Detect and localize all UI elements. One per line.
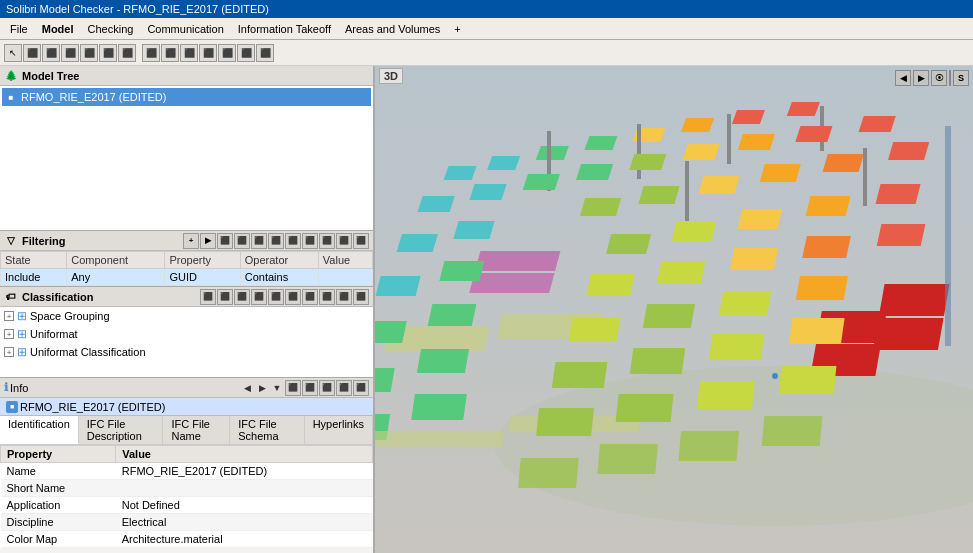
class-btn-3[interactable]: ⬛	[234, 289, 250, 305]
info-val-shortname	[116, 480, 373, 497]
elem-vb-3	[678, 431, 739, 461]
toolbar-btn-3[interactable]: ⬛	[42, 44, 60, 62]
info-tab-ifc-description[interactable]: IFC File Description	[79, 416, 164, 444]
filter-row[interactable]: Include Any GUID Contains	[1, 269, 373, 286]
nav-s-btn[interactable]: S	[953, 70, 969, 86]
filtering-title: Filtering	[22, 235, 65, 247]
class-btn-10[interactable]: ⬛	[353, 289, 369, 305]
class-btn-1[interactable]: ⬛	[200, 289, 216, 305]
menu-information-takeoff[interactable]: Information Takeoff	[232, 21, 337, 37]
elem-r6-5	[719, 291, 771, 315]
info-tabs: Identification IFC File Description IFC …	[0, 416, 373, 445]
info-table: Property Value Name RFMO_RIE_E2017 (EDIT…	[0, 445, 373, 548]
info-btn-2[interactable]: ⬛	[302, 380, 318, 396]
elem-r7-6	[789, 318, 845, 344]
toolbar-btn-12[interactable]: ⬛	[218, 44, 236, 62]
toolbar-btn-7[interactable]: ⬛	[118, 44, 136, 62]
class-btn-4[interactable]: ⬛	[251, 289, 267, 305]
toolbar-btn-8[interactable]: ⬛	[142, 44, 160, 62]
class-btn-9[interactable]: ⬛	[336, 289, 352, 305]
filter-btn-6[interactable]: ⬛	[268, 233, 284, 249]
info-btn-3[interactable]: ⬛	[319, 380, 335, 396]
nav-back-btn[interactable]: ◀	[895, 70, 911, 86]
elem-r6-6	[796, 276, 848, 300]
class-item-space-grouping[interactable]: + ⊞ Space Grouping	[0, 307, 373, 325]
filter-btn-11[interactable]: ⬛	[353, 233, 369, 249]
tree-item-root[interactable]: ■ RFMO_RIE_E2017 (EDITED)	[2, 88, 371, 106]
info-tab-ifc-schema[interactable]: IFC File Schema	[230, 416, 304, 444]
menu-model[interactable]: Model	[36, 21, 80, 37]
toolbar-btn-1[interactable]: ↖	[4, 44, 22, 62]
info-btn-4[interactable]: ⬛	[336, 380, 352, 396]
filter-btn-7[interactable]: ⬛	[285, 233, 301, 249]
info-menu-btn[interactable]: ▼	[270, 381, 284, 395]
elem-r2-9	[859, 116, 896, 132]
toolbar-btn-4[interactable]: ⬛	[61, 44, 79, 62]
menu-communication[interactable]: Communication	[141, 21, 229, 37]
filter-btn-2[interactable]: ▶	[200, 233, 216, 249]
classification-header: 🏷 Classification ⬛ ⬛ ⬛ ⬛ ⬛ ⬛ ⬛ ⬛ ⬛ ⬛	[0, 287, 373, 307]
toolbar-btn-11[interactable]: ⬛	[199, 44, 217, 62]
filter-btn-4[interactable]: ⬛	[234, 233, 250, 249]
info-prop-name: Name	[1, 463, 116, 480]
filter-btn-5[interactable]: ⬛	[251, 233, 267, 249]
info-tab-hyperlinks[interactable]: Hyperlinks	[305, 416, 373, 444]
info-val-name: RFMO_RIE_E2017 (EDITED)	[116, 463, 373, 480]
info-val-colormap: Architecture.material	[116, 531, 373, 548]
elem-r2-4	[576, 164, 613, 180]
toolbar-btn-2[interactable]: ⬛	[23, 44, 41, 62]
info-prop-discipline: Discipline	[1, 514, 116, 531]
scale-bar	[945, 126, 951, 346]
class-btn-7[interactable]: ⬛	[302, 289, 318, 305]
info-tab-identification[interactable]: Identification	[0, 416, 79, 444]
elem-vb-1	[518, 458, 579, 488]
info-prop-colormap: Color Map	[1, 531, 116, 548]
filter-btn-10[interactable]: ⬛	[336, 233, 352, 249]
filter-add-btn[interactable]: +	[183, 233, 199, 249]
view-3d[interactable]: 3D	[375, 66, 973, 553]
elem-r7-4	[630, 348, 686, 374]
info-title: Info	[10, 382, 28, 394]
class-item-uniformat[interactable]: + ⊞ Uniformat	[0, 325, 373, 343]
uniformat-label: Uniformat	[30, 328, 78, 340]
info-header: ℹ Info ◀ ▶ ▼ ⬛ ⬛ ⬛ ⬛ ⬛	[0, 378, 373, 398]
info-prop-application: Application	[1, 497, 116, 514]
nav-forward-btn[interactable]: ▶	[913, 70, 929, 86]
menu-file[interactable]: File	[4, 21, 34, 37]
class-btn-2[interactable]: ⬛	[217, 289, 233, 305]
toolbar-btn-13[interactable]: ⬛	[237, 44, 255, 62]
filter-btn-3[interactable]: ⬛	[217, 233, 233, 249]
model-tree-content[interactable]: ■ RFMO_RIE_E2017 (EDITED)	[0, 86, 373, 230]
elem-red-2	[787, 102, 820, 116]
menu-areas-volumes[interactable]: Areas and Volumes	[339, 21, 446, 37]
expand-uniformat[interactable]: +	[4, 329, 14, 339]
toolbar-btn-6[interactable]: ⬛	[99, 44, 117, 62]
class-item-uniformat-classification[interactable]: + ⊞ Uniformat Classification	[0, 343, 373, 361]
info-row-application: Application Not Defined	[1, 497, 373, 514]
filter-btn-8[interactable]: ⬛	[302, 233, 318, 249]
toolbar-btn-5[interactable]: ⬛	[80, 44, 98, 62]
info-back-btn[interactable]: ◀	[240, 381, 254, 395]
info-btn-5[interactable]: ⬛	[353, 380, 369, 396]
right-panel[interactable]: 3D	[375, 66, 973, 553]
class-btn-5[interactable]: ⬛	[268, 289, 284, 305]
class-btn-6[interactable]: ⬛	[285, 289, 301, 305]
toolbar-btn-9[interactable]: ⬛	[161, 44, 179, 62]
info-tab-ifc-filename[interactable]: IFC File Name	[163, 416, 230, 444]
menu-checking[interactable]: Checking	[82, 21, 140, 37]
elem-bottom-3	[697, 381, 755, 409]
expand-uniformat-classification[interactable]: +	[4, 347, 14, 357]
info-forward-btn[interactable]: ▶	[255, 381, 269, 395]
elem-r3-5	[698, 176, 739, 194]
filtering-header: ▽ Filtering + ▶ ⬛ ⬛ ⬛ ⬛ ⬛ ⬛ ⬛ ⬛ ⬛	[0, 231, 373, 251]
expand-space-grouping[interactable]: +	[4, 311, 14, 321]
toolbar-btn-14[interactable]: ⬛	[256, 44, 274, 62]
toolbar-btn-10[interactable]: ⬛	[180, 44, 198, 62]
filter-btn-9[interactable]: ⬛	[319, 233, 335, 249]
menu-plus[interactable]: +	[448, 21, 466, 37]
class-btn-8[interactable]: ⬛	[319, 289, 335, 305]
nav-separator	[949, 70, 951, 86]
nav-home-btn[interactable]: ⦿	[931, 70, 947, 86]
info-btn-1[interactable]: ⬛	[285, 380, 301, 396]
info-row-shortname: Short Name	[1, 480, 373, 497]
